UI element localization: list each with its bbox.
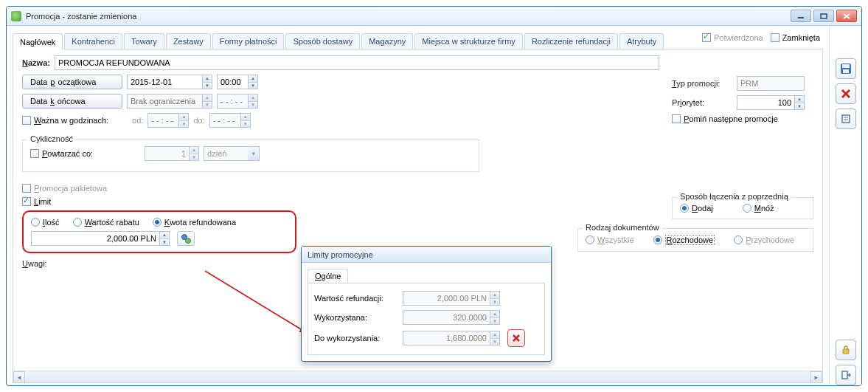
limit-wartosc-radio[interactable]: Wartość rabatu [73,218,139,227]
svg-line-3 [844,14,850,18]
cyclic-legend: Cykliczność [27,134,76,143]
svg-rect-1 [821,14,827,18]
end-date-input[interactable] [127,94,202,109]
titlebar: Promocja - zostanie zmieniona [7,7,861,26]
start-time-input[interactable] [217,75,248,89]
svg-rect-5 [842,64,850,68]
app-window: Promocja - zostanie zmieniona Nagłówek K… [6,6,862,386]
tab-atrybuty[interactable]: Atrybuty [619,33,664,49]
notes-button[interactable] [836,109,856,129]
merge-add-radio[interactable]: Dodaj [680,204,713,213]
lock-button[interactable] [836,340,856,360]
right-column: Typ promocji: Priorytet: ▲▼ Pomiń następ… [672,76,819,252]
svg-rect-6 [843,69,849,73]
right-toolbar [829,26,861,385]
refund-value-label: Wartość refundacji: [314,294,403,303]
remaining-input [403,331,490,345]
merge-mul-radio[interactable]: Mnóż [743,204,774,213]
doc-out-radio[interactable]: Rozchodowe [653,235,715,245]
window-title: Promocja - zostanie zmieniona [26,12,791,21]
hours-to-label: do: [193,116,204,125]
closed-checkbox[interactable]: Zamknięta [771,33,820,42]
doc-in-radio: Przychodowe [734,235,794,244]
scroll-right-button[interactable]: ► [810,371,822,383]
doc-legend: Rodzaj dokumentów [583,223,662,232]
used-label: Wykorzystana: [314,313,403,322]
name-input[interactable] [55,55,659,70]
tab-magazyny[interactable]: Magazyny [361,33,413,49]
start-date-button[interactable]: Data początkowa [22,75,122,89]
dialog-tab-general[interactable]: Ogólne [308,269,348,283]
limit-checkbox[interactable]: Limit [22,197,51,206]
limit-value-input[interactable] [31,231,159,246]
svg-point-16 [186,238,191,244]
confirmed-checkbox: Potwierdzona [702,33,763,42]
tab-kontrahenci[interactable]: Kontrahenci [64,33,122,49]
hours-to-input [209,113,240,128]
save-button[interactable] [836,58,856,79]
end-time-input[interactable] [217,94,248,109]
tab-refundacja[interactable]: Rozliczenie refundacji [524,33,618,49]
exit-button[interactable] [836,365,856,385]
type-label: Typ promocji: [672,79,732,88]
package-checkbox: Promocja pakietowa [22,184,107,193]
repeat-checkbox[interactable]: Powtarzać co: [30,149,93,158]
type-input [737,76,805,91]
used-input [403,310,490,325]
end-date-button[interactable]: Data końcowa [22,94,122,109]
dialog-close-button[interactable] [507,329,525,347]
end-time-spinner: ▲▼ [248,94,258,109]
repeat-value-input [145,146,189,161]
tab-naglowek[interactable]: Nagłówek [13,33,63,49]
merge-legend: Sposób łączenia z poprzednią [677,192,791,201]
tabstrip: Nagłówek Kontrahenci Towary Zestawy Form… [13,32,823,49]
form-body: Nagłówek Kontrahenci Towary Zestawy Form… [7,26,829,385]
skip-checkbox[interactable]: Pomiń następne promocje [672,114,778,123]
repeat-unit-dropdown: ▼ [248,146,260,161]
close-button[interactable] [836,10,857,22]
refund-value-input [403,291,490,306]
limit-kwota-radio[interactable]: Kwota refundowana [153,218,236,227]
repeat-unit-input [204,146,248,161]
h-scrollbar[interactable]: ◄ ► [13,371,822,382]
limit-value-spinner[interactable]: ▲▼ [159,231,170,246]
scroll-left-button[interactable]: ◄ [13,371,25,383]
end-date-spinner: ▲▼ [202,94,212,109]
hours-from-input [147,113,178,128]
svg-rect-13 [842,371,847,379]
maximize-button[interactable] [813,10,834,22]
limit-details-button[interactable] [177,231,195,246]
doc-all-radio: Wszystkie [586,235,634,244]
remaining-label: Do wykorzystania: [314,334,403,343]
hours-checkbox[interactable]: Ważna w godzinach: [22,116,108,125]
tab-dostawa[interactable]: Sposób dostawy [285,33,360,49]
minimize-button[interactable] [791,10,811,22]
limit-group: Ilość Wartość rabatu Kwota refundowana ▲… [22,210,296,253]
priority-label: Priorytet: [672,98,732,107]
svg-rect-12 [843,349,849,354]
form-area: Nazwa: Data początkowa ▲▼ ▲▼ Data końcow… [13,49,823,383]
remarks-label: Uwagi: [22,259,47,268]
priority-spinner[interactable]: ▲▼ [794,95,805,110]
tab-zestawy[interactable]: Zestawy [166,33,211,49]
svg-line-17 [205,271,308,334]
name-label: Nazwa: [22,58,50,67]
svg-rect-9 [842,115,850,123]
svg-line-2 [844,14,850,18]
tab-formy[interactable]: Formy płatności [212,33,285,49]
priority-input[interactable] [737,95,794,110]
limit-ilosc-radio[interactable]: Ilość [31,218,60,227]
app-icon [11,11,21,21]
start-date-spinner[interactable]: ▲▼ [202,75,212,89]
tab-towary[interactable]: Towary [124,33,164,49]
limits-dialog: Limity promocyjne Ogólne Wartość refunda… [301,246,552,362]
start-date-input[interactable] [127,75,202,89]
hours-from-label: od: [132,116,143,125]
start-time-spinner[interactable]: ▲▼ [248,75,258,89]
tab-miejsca[interactable]: Miejsca w strukturze firmy [414,33,523,49]
cancel-button[interactable] [836,83,856,104]
dialog-title: Limity promocyjne [302,247,551,263]
